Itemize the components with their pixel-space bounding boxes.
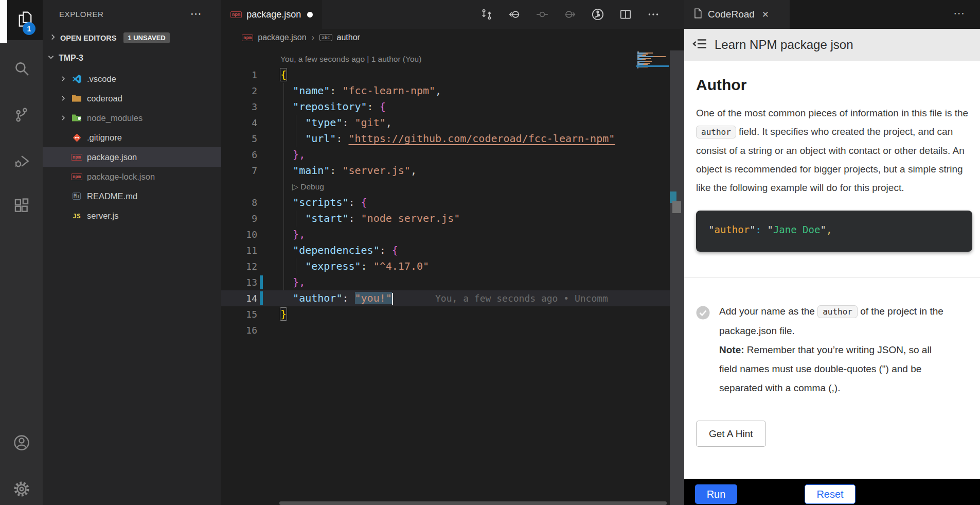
- panel-more-actions-icon[interactable]: ⋯: [953, 7, 965, 20]
- file-label: .gitignore: [87, 133, 122, 143]
- note-label: Note:: [719, 344, 744, 355]
- collapse-menu-icon[interactable]: [692, 37, 708, 53]
- code-line-2[interactable]: 2 "name": "fcc-learn-npm",: [221, 83, 670, 99]
- code-line-11[interactable]: 11 "dependencies": {: [221, 242, 670, 258]
- account-icon[interactable]: [0, 422, 43, 463]
- line-number: 12: [221, 261, 265, 272]
- settings-gear-icon[interactable]: [0, 468, 43, 505]
- line-content: "url": "https://github.com/coderoad/fcc-…: [280, 131, 615, 147]
- line-content: "dependencies": {: [280, 242, 398, 258]
- line-number: 7: [221, 165, 265, 176]
- code-line-5[interactable]: 5 "url": "https://github.com/coderoad/fc…: [221, 131, 670, 147]
- line-number: 1: [221, 69, 265, 80]
- code-line-13[interactable]: 13 },: [221, 274, 670, 290]
- source-control-icon[interactable]: [0, 94, 43, 135]
- breadcrumb: npm package.json › abc author: [221, 29, 684, 46]
- minimap-line: [637, 61, 652, 62]
- breadcrumb-symbol[interactable]: author: [337, 33, 360, 42]
- task-text-line: Note: Remember that you’re writing JSON,…: [719, 340, 952, 397]
- record-icon[interactable]: [534, 7, 550, 22]
- code-line-7[interactable]: 7 "main": "server.js",: [221, 163, 670, 179]
- chevron-right-icon: [60, 114, 67, 121]
- inline-code-chip: author: [817, 305, 858, 318]
- chevron-right-icon: [60, 75, 67, 82]
- npm-icon: npm: [71, 154, 82, 161]
- split-editor-icon[interactable]: [618, 7, 633, 22]
- file-label: server.js: [87, 211, 118, 221]
- code-line-4[interactable]: 4 "type": "git",: [221, 115, 670, 131]
- go-back-icon[interactable]: [507, 7, 522, 22]
- codelens-blame[interactable]: You, a few seconds ago | 1 author (You): [280, 55, 421, 64]
- explorer-activity-button[interactable]: 1: [7, 0, 43, 40]
- line-content: "main": "server.js",: [280, 163, 417, 179]
- search-icon[interactable]: [0, 48, 43, 89]
- tree-item-readme-md[interactable]: M↓README.md: [43, 186, 221, 206]
- run-debug-icon[interactable]: [0, 141, 43, 182]
- open-changes-icon[interactable]: [479, 7, 494, 22]
- tree-item-server-js[interactable]: JSserver.js: [43, 206, 221, 225]
- tree-item-node-modules[interactable]: node_modules: [43, 108, 221, 128]
- panel-footer: Run Reset: [684, 479, 980, 505]
- code-line-3[interactable]: 3 "repository": {: [221, 99, 670, 115]
- tree-item--vscode[interactable]: .vscode: [43, 69, 221, 89]
- code-line-6[interactable]: 6 },: [221, 147, 670, 163]
- code-line-9[interactable]: 9 "start": "node server.js": [221, 211, 670, 227]
- explorer-title: EXPLORER: [59, 10, 104, 19]
- lesson-heading: Author: [696, 76, 980, 94]
- explorer-more-actions-icon[interactable]: ⋯: [190, 7, 202, 21]
- code-line-14[interactable]: 14 "author": "you!"You, a few seconds ag…: [221, 290, 670, 306]
- breadcrumb-file[interactable]: package.json: [258, 33, 306, 42]
- tree-item-package-lock-json[interactable]: npmpackage-lock.json: [43, 167, 221, 186]
- editor-group: npm package.json: [221, 0, 684, 505]
- lesson-title: Learn NPM package json: [715, 38, 853, 52]
- run-button[interactable]: Run: [695, 484, 737, 504]
- code-line-16[interactable]: 16: [221, 322, 670, 338]
- editor-toolbar: [479, 7, 661, 22]
- vscode-icon: [71, 74, 82, 84]
- code-line-1[interactable]: 1{: [221, 67, 670, 83]
- open-editors-section[interactable]: OPEN EDITORS 1 UNSAVED: [43, 28, 221, 47]
- git-icon: [71, 133, 82, 143]
- modified-line-indicator: [260, 275, 263, 289]
- line-number: 8: [221, 197, 265, 208]
- task-text-line: Add your name as the author of the proje…: [719, 302, 952, 340]
- tree-item-coderoad[interactable]: coderoad: [43, 89, 221, 108]
- codelens-debug[interactable]: ▷ Debug: [292, 182, 324, 191]
- panel-tab-bar: CodeRoad ✕ ⋯: [684, 0, 980, 29]
- line-number: 5: [221, 133, 265, 144]
- code-line-15[interactable]: 15}: [221, 306, 670, 322]
- tree-item--gitignore[interactable]: .gitignore: [43, 128, 221, 147]
- run-tutorial-icon[interactable]: [590, 7, 605, 22]
- file-icon: [693, 8, 703, 21]
- editor-scrollbar[interactable]: [670, 50, 684, 505]
- line-number: 11: [221, 245, 265, 256]
- reset-button[interactable]: Reset: [805, 484, 856, 504]
- more-actions-icon[interactable]: [646, 7, 661, 22]
- text-cursor: [392, 293, 393, 305]
- tab-package-json[interactable]: npm package.json: [221, 0, 322, 29]
- extensions-icon[interactable]: [0, 185, 43, 227]
- task-item: Add your name as the author of the proje…: [696, 302, 958, 397]
- get-a-hint-button[interactable]: Get A Hint: [696, 421, 766, 447]
- horizontal-scrollbar[interactable]: [279, 501, 667, 505]
- code-line-12[interactable]: 12 "express": "^4.17.0": [221, 258, 670, 274]
- minimap[interactable]: [636, 51, 667, 82]
- line-number: 3: [221, 101, 265, 112]
- task-check-icon: [696, 306, 710, 397]
- tree-root-folder[interactable]: TMP-3: [43, 47, 221, 69]
- npm-icon: npm: [230, 11, 242, 18]
- line-content: "type": "git",: [280, 115, 392, 131]
- chevron-right-icon: [49, 33, 57, 43]
- code-line-10[interactable]: 10 },: [221, 227, 670, 242]
- code-line-8[interactable]: 8 "scripts": {: [221, 195, 670, 211]
- tree-item-package-json[interactable]: npmpackage.json: [43, 147, 221, 167]
- close-icon[interactable]: ✕: [762, 9, 769, 20]
- js-icon: JS: [71, 212, 82, 220]
- file-label: .vscode: [87, 74, 116, 84]
- unsaved-dot-icon[interactable]: [307, 12, 313, 18]
- go-forward-icon[interactable]: [562, 7, 578, 22]
- line-number: 10: [221, 229, 265, 240]
- code-editor[interactable]: You, a few seconds ago | 1 author (You)1…: [221, 51, 670, 338]
- tab-coderoad[interactable]: CodeRoad ✕: [684, 0, 790, 29]
- line-content: "repository": {: [280, 99, 386, 115]
